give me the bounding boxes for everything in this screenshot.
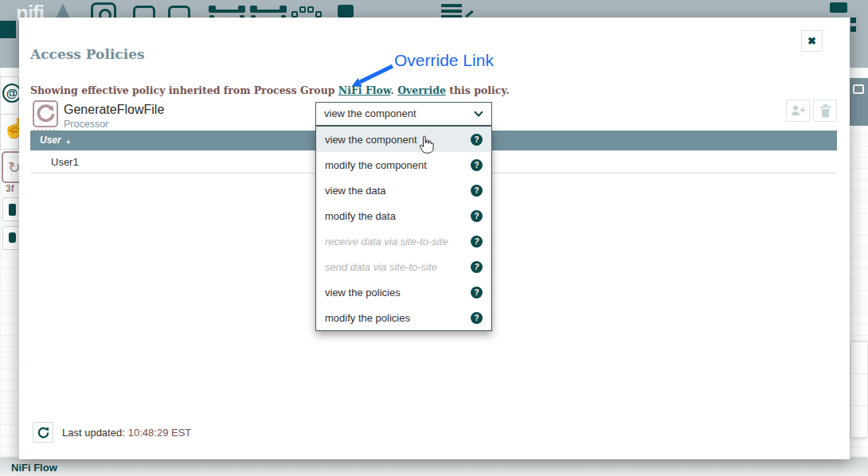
refresh-icon: [37, 426, 50, 439]
help-icon[interactable]: ?: [471, 210, 483, 222]
cursor-hand-icon: [417, 135, 435, 155]
component-name: GenerateFlowFile: [64, 103, 164, 117]
policy-option-label: view the policies: [325, 287, 401, 298]
help-icon[interactable]: ?: [471, 312, 483, 324]
panel-divider: [1, 114, 18, 115]
help-icon[interactable]: ?: [471, 261, 483, 273]
navigate-palette: [849, 78, 868, 126]
breadcrumb-bar: NiFi Flow: [0, 459, 868, 476]
add-user-button[interactable]: [786, 99, 810, 122]
close-icon[interactable]: ✖: [801, 30, 823, 52]
override-link[interactable]: Override: [397, 84, 446, 96]
policy-options: view the component?modify the component?…: [315, 126, 492, 331]
policy-message: Showing effective policy inherited from …: [30, 84, 510, 96]
policy-option-label: receive data via site-to-site: [325, 236, 448, 248]
help-icon[interactable]: ?: [471, 159, 483, 171]
page-title: Access Policies: [30, 46, 145, 62]
chevron-down-icon: [474, 107, 483, 116]
operate-component-id: 3f: [6, 183, 14, 194]
policy-combo[interactable]: view the component: [315, 102, 492, 126]
refresh-button[interactable]: [33, 422, 53, 443]
policy-option[interactable]: view the data?: [316, 178, 491, 203]
add-user-icon: [791, 104, 805, 117]
column-label: User: [40, 135, 61, 146]
policy-option-label: send data via site-to-site: [325, 261, 437, 273]
graph-controls-panel: @ ☝: [0, 76, 19, 150]
policy-option[interactable]: modify the policies?: [316, 305, 491, 330]
menu-dot-icon: [850, 18, 856, 23]
policy-option-label: view the component: [325, 134, 417, 146]
delete-policy-button[interactable]: [813, 99, 837, 122]
annotation-arrow-icon: [349, 64, 397, 89]
policy-combo-value: view the component: [324, 107, 416, 119]
policy-option-label: modify the policies: [325, 312, 410, 324]
policy-option-label: modify the data: [325, 210, 396, 222]
user-cell: User1: [51, 156, 79, 168]
policy-message-suffix: this policy.: [446, 84, 510, 96]
policy-option-label: view the data: [325, 185, 386, 197]
help-icon[interactable]: ?: [471, 134, 483, 146]
last-updated-label: Last updated:: [62, 427, 125, 439]
global-menu-icon[interactable]: [830, 2, 847, 13]
toolbox-edge: [0, 21, 16, 38]
processor-stamp-icon: [33, 100, 58, 127]
operate-button-glyph: [9, 204, 16, 216]
annotation-label: Override Link: [394, 51, 494, 70]
trash-icon: [819, 104, 831, 118]
policy-message-prefix: Showing effective policy inherited from …: [30, 84, 338, 96]
birdseye-icon: [853, 84, 864, 94]
policy-option[interactable]: view the policies?: [316, 279, 491, 305]
policy-option[interactable]: modify the data?: [316, 203, 491, 228]
toolbar-tick-icon: [465, 10, 473, 18]
last-updated-value: 10:48:29 EST: [128, 427, 192, 439]
policy-option-label: modify the component: [325, 159, 427, 171]
access-policies-dialog: ✖ Access Policies Showing effective poli…: [19, 18, 850, 459]
label-tool-icon[interactable]: [338, 5, 354, 18]
policy-option[interactable]: send data via site-to-site?: [316, 254, 491, 279]
help-icon[interactable]: ?: [471, 287, 483, 298]
background-cards: [850, 341, 868, 438]
menu-dot-icon: [850, 26, 856, 32]
policy-option[interactable]: modify the component?: [316, 152, 491, 178]
policy-option[interactable]: receive data via site-to-site?: [316, 228, 491, 254]
sort-asc-icon: ▲: [65, 138, 72, 145]
operate-button-glyph: [9, 232, 16, 243]
last-updated: Last updated:10:48:29 EST: [62, 427, 191, 439]
nifi-app: nifi @ ☝ ↻ 3f: [0, 0, 868, 476]
breadcrumb[interactable]: NiFi Flow: [11, 462, 57, 474]
help-icon[interactable]: ?: [471, 185, 483, 197]
policy-option[interactable]: view the component?: [316, 127, 491, 152]
component-type: Processor: [64, 119, 108, 130]
help-icon[interactable]: ?: [471, 236, 483, 248]
